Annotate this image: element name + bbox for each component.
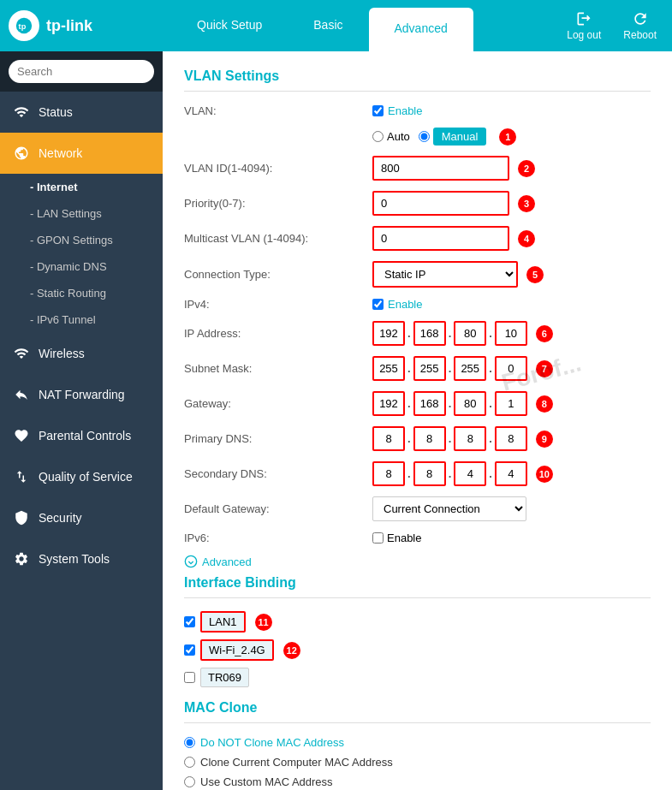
badge-2: 2 [518, 160, 535, 177]
sidebar-sub-ipv6[interactable]: - IPv6 Tunnel [0, 306, 163, 333]
vlan-enable-checkbox[interactable] [372, 105, 384, 116]
vlan-section-title: VLAN Settings [184, 68, 651, 92]
tab-basic[interactable]: Basic [288, 0, 368, 51]
gw-dot-1: . [407, 397, 411, 410]
badge-3: 3 [518, 195, 535, 212]
mac-radio-2[interactable] [184, 757, 195, 768]
sidebar-item-nat[interactable]: NAT Forwarding [0, 374, 163, 415]
logout-button[interactable]: Log out [560, 7, 608, 45]
dg-select[interactable]: Current Connection [372, 496, 526, 521]
dns1-part-3[interactable] [454, 426, 486, 451]
logo-icon: tp [9, 10, 39, 41]
mask-part-4[interactable] [495, 356, 527, 381]
wifi-checkbox[interactable] [184, 644, 195, 656]
auto-label: Auto [387, 130, 410, 143]
sidebar-item-system[interactable]: System Tools [0, 538, 163, 579]
sidebar-item-wireless[interactable]: Wireless [0, 333, 163, 374]
sidebar-sub-gpon[interactable]: - GPON Settings [0, 227, 163, 253]
dns1-part-1[interactable] [372, 426, 405, 451]
mac-option-3[interactable]: Use Custom MAC Address [184, 775, 651, 788]
tr069-label: TR069 [200, 668, 249, 687]
dg-row: Default Gateway: Current Connection [184, 496, 651, 521]
badge-4: 4 [518, 230, 535, 247]
dns1-part-2[interactable] [413, 426, 446, 451]
gw-part-3[interactable] [454, 391, 486, 416]
dns2-control: . . . 10 [372, 461, 553, 486]
priority-label: Priority(0-7): [184, 197, 372, 210]
mask-part-1[interactable] [372, 356, 405, 381]
tab-advanced[interactable]: Advanced [369, 8, 473, 51]
dns1-part-4[interactable] [495, 426, 527, 451]
mask-dot-2: . [449, 362, 452, 375]
dns2-part-4[interactable] [495, 461, 527, 486]
mask-dot-3: . [489, 362, 492, 375]
content-area: Forof... VLAN Settings VLAN: Enable [163, 51, 672, 790]
reboot-button[interactable]: Reboot [616, 7, 663, 45]
badge-6: 6 [536, 325, 553, 342]
mac-radio-3[interactable] [184, 776, 195, 787]
mask-part-3[interactable] [454, 356, 486, 381]
ip-dot-1: . [407, 327, 411, 340]
sidebar-sub-ddns[interactable]: - Dynamic DNS [0, 253, 163, 280]
auto-manual-row: Auto Manual 1 [184, 128, 651, 146]
gw-row: Gateway: . . . 8 [184, 391, 651, 416]
dns2-dot-3: . [489, 467, 492, 480]
sidebar-sub-internet[interactable]: - Internet [0, 174, 163, 200]
ip-label: IP Address: [184, 327, 372, 340]
tab-quick-setup[interactable]: Quick Setup [171, 0, 288, 51]
sidebar-item-qos[interactable]: Quality of Service [0, 456, 163, 497]
arrows-icon [13, 468, 30, 485]
gw-part-1[interactable] [372, 391, 405, 416]
multicast-input[interactable] [372, 226, 509, 251]
sidebar-item-network[interactable]: Network [0, 133, 163, 174]
ipv6-enable-checkbox[interactable] [372, 532, 384, 543]
sidebar-item-parental[interactable]: Parental Controls [0, 415, 163, 456]
ipv6-row: IPv6: Enable [184, 532, 651, 544]
ip-dot-2: . [449, 327, 452, 340]
lan1-checkbox[interactable] [184, 616, 195, 627]
sidebar-sub-lan[interactable]: - LAN Settings [0, 200, 163, 227]
ipv6-enable-label[interactable]: Enable [372, 532, 421, 544]
ipv4-enable-checkbox[interactable] [372, 299, 384, 310]
advanced-toggle[interactable]: Advanced [184, 555, 651, 568]
mac-option-1[interactable]: Do NOT Clone MAC Address [184, 736, 651, 749]
priority-input[interactable] [372, 191, 509, 216]
ipv6-enable-text: Enable [387, 532, 421, 544]
manual-label: Manual [433, 128, 487, 146]
ip-part-3[interactable] [454, 321, 486, 346]
tr069-checkbox[interactable] [184, 672, 195, 683]
manual-radio-input[interactable] [419, 131, 430, 142]
dns2-part-3[interactable] [454, 461, 486, 486]
conn-type-select[interactable]: Static IP [372, 261, 518, 288]
gw-label: Gateway: [184, 397, 372, 410]
manual-radio[interactable]: Manual [419, 128, 487, 146]
auto-radio[interactable]: Auto [372, 130, 410, 143]
badge-11: 11 [255, 614, 272, 631]
auto-radio-input[interactable] [372, 131, 384, 142]
ip-dot-3: . [489, 327, 492, 340]
ipv4-enable-label[interactable]: Enable [372, 298, 422, 311]
gw-part-4[interactable] [495, 391, 527, 416]
vlan-id-input[interactable] [372, 156, 509, 181]
dns2-part-1[interactable] [372, 461, 405, 486]
search-input[interactable] [9, 60, 154, 83]
ip-part-4[interactable] [495, 321, 527, 346]
sidebar-sub-static-routing[interactable]: - Static Routing [0, 280, 163, 306]
vlan-enable-text: Enable [388, 104, 422, 117]
lan1-label: LAN1 [200, 611, 246, 633]
mac-option-2[interactable]: Clone Current Computer MAC Address [184, 756, 651, 769]
sidebar-item-status[interactable]: Status [0, 92, 163, 133]
sidebar-item-security[interactable]: Security [0, 497, 163, 538]
interface-section-title: Interface Binding [184, 575, 651, 598]
vlan-enable-checkbox-label[interactable]: Enable [372, 104, 422, 117]
signal-icon [13, 104, 30, 121]
auto-manual-group: Auto Manual 1 [372, 128, 516, 146]
dns2-part-2[interactable] [413, 461, 446, 486]
mask-dot-1: . [407, 362, 411, 375]
gw-part-2[interactable] [413, 391, 446, 416]
mask-part-2[interactable] [413, 356, 446, 381]
ip-part-2[interactable] [413, 321, 446, 346]
reboot-label: Reboot [623, 29, 657, 41]
ip-part-1[interactable] [372, 321, 405, 346]
mac-radio-1[interactable] [184, 737, 195, 748]
